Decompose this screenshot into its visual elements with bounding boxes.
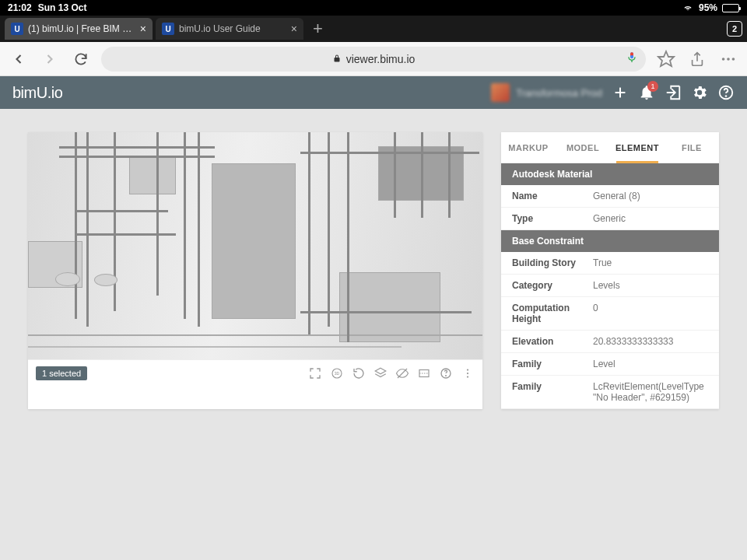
tab-element[interactable]: ELEMENT bbox=[610, 132, 665, 163]
section-icon[interactable] bbox=[417, 366, 431, 380]
section-header: Autodesk Material bbox=[501, 163, 719, 185]
property-row: Elevation 20.8333333333333 bbox=[501, 331, 719, 353]
forward-button[interactable] bbox=[39, 48, 61, 70]
browser-tab-strip: U (1) bimU.io | Free BIM mode × U bimU.i… bbox=[0, 16, 747, 42]
property-key: Family bbox=[512, 381, 593, 392]
property-row: Name General (8) bbox=[501, 185, 719, 208]
brand-logo[interactable]: bimU.io bbox=[12, 84, 62, 102]
exit-button[interactable] bbox=[665, 84, 682, 101]
more-button[interactable] bbox=[717, 48, 739, 70]
help-button[interactable] bbox=[717, 84, 735, 101]
property-key: Name bbox=[512, 191, 593, 201]
svg-point-2 bbox=[727, 58, 730, 61]
property-key: Family bbox=[512, 359, 593, 369]
property-row: Computation Height 0 bbox=[501, 297, 719, 331]
svg-point-1 bbox=[722, 58, 725, 61]
visibility-off-icon[interactable] bbox=[395, 366, 409, 380]
property-row: Family Level bbox=[501, 353, 719, 376]
new-tab-button[interactable]: + bbox=[307, 19, 329, 39]
viewer-toolbar: 1 selected 3D bbox=[28, 359, 482, 386]
svg-text:3D: 3D bbox=[335, 371, 340, 376]
property-value: Level bbox=[593, 359, 615, 369]
lock-icon bbox=[332, 54, 342, 65]
more-icon[interactable] bbox=[461, 366, 475, 380]
3d-viewport[interactable] bbox=[28, 132, 482, 359]
tab-count-button[interactable]: 2 bbox=[727, 21, 742, 37]
property-value: True bbox=[593, 257, 612, 268]
property-row: Category Levels bbox=[501, 275, 719, 297]
viewer-panel: 1 selected 3D bbox=[28, 132, 482, 409]
property-row: Family LcRevitElement(LevelType "No Head… bbox=[501, 376, 719, 409]
browser-tab[interactable]: U bimU.io User Guide × bbox=[156, 18, 303, 40]
refresh-icon[interactable] bbox=[352, 366, 366, 380]
notification-badge: 1 bbox=[647, 81, 658, 92]
settings-button[interactable] bbox=[691, 84, 708, 101]
svg-marker-0 bbox=[658, 51, 674, 66]
property-value: LcRevitElement(LevelType "No Header", #6… bbox=[593, 381, 708, 403]
fullscreen-icon[interactable] bbox=[308, 366, 322, 380]
svg-marker-10 bbox=[375, 368, 386, 374]
status-date: Sun 13 Oct bbox=[38, 2, 87, 13]
svg-point-15 bbox=[446, 375, 447, 376]
user-chip[interactable]: Transformosa Prod bbox=[491, 83, 602, 102]
property-row: Type Generic bbox=[501, 208, 719, 230]
mic-icon[interactable] bbox=[626, 51, 638, 66]
property-key: Type bbox=[512, 213, 593, 224]
svg-point-7 bbox=[726, 96, 727, 96]
property-key: Computation Height bbox=[512, 303, 593, 324]
tab-file[interactable]: FILE bbox=[665, 132, 719, 163]
view3d-icon[interactable]: 3D bbox=[330, 366, 344, 380]
status-time: 21:02 bbox=[8, 2, 32, 13]
bookmark-button[interactable] bbox=[655, 48, 677, 70]
tab-favicon: U bbox=[11, 23, 23, 35]
battery-percent: 95% bbox=[699, 2, 717, 13]
notifications-button[interactable]: 1 bbox=[638, 84, 655, 101]
url-text: viewer.bimu.io bbox=[346, 53, 416, 65]
property-row: Building Story True bbox=[501, 252, 719, 275]
property-value: Generic bbox=[593, 213, 626, 224]
panel-tabs: MARKUP MODEL ELEMENT FILE bbox=[501, 132, 719, 163]
property-key: Building Story bbox=[512, 257, 593, 268]
property-value: 0 bbox=[593, 303, 598, 313]
property-value: Levels bbox=[593, 280, 620, 291]
layers-icon[interactable] bbox=[374, 366, 388, 380]
share-button[interactable] bbox=[686, 48, 708, 70]
close-icon[interactable]: × bbox=[291, 23, 297, 35]
browser-nav-bar: viewer.bimu.io bbox=[0, 42, 747, 76]
section-header: Base Constraint bbox=[501, 230, 719, 252]
reload-button[interactable] bbox=[70, 48, 92, 70]
add-button[interactable] bbox=[612, 84, 629, 101]
url-bar[interactable]: viewer.bimu.io bbox=[101, 47, 646, 72]
svg-point-3 bbox=[732, 58, 735, 61]
back-button[interactable] bbox=[8, 48, 30, 70]
help-icon[interactable] bbox=[439, 366, 453, 380]
property-value: General (8) bbox=[593, 191, 640, 201]
wifi-icon bbox=[682, 2, 694, 14]
property-key: Category bbox=[512, 280, 593, 291]
tab-favicon: U bbox=[162, 23, 174, 35]
tab-title: (1) bimU.io | Free BIM mode bbox=[28, 23, 135, 34]
property-value: 20.8333333333333 bbox=[593, 336, 673, 347]
ios-status-bar: 21:02 Sun 13 Oct 95% bbox=[0, 0, 747, 16]
app-header: bimU.io Transformosa Prod 1 bbox=[0, 76, 747, 109]
svg-point-18 bbox=[467, 376, 468, 377]
user-name: Transformosa Prod bbox=[516, 87, 602, 99]
close-icon[interactable]: × bbox=[140, 23, 146, 35]
tab-model[interactable]: MODEL bbox=[556, 132, 610, 163]
browser-tab[interactable]: U (1) bimU.io | Free BIM mode × bbox=[5, 18, 153, 40]
properties-panel: MARKUP MODEL ELEMENT FILE Autodesk Mater… bbox=[501, 132, 719, 409]
tab-title: bimU.io User Guide bbox=[179, 23, 286, 34]
svg-point-16 bbox=[467, 369, 468, 370]
avatar bbox=[491, 83, 510, 102]
selection-chip[interactable]: 1 selected bbox=[36, 366, 87, 380]
battery-icon bbox=[722, 4, 739, 12]
svg-point-17 bbox=[467, 372, 468, 373]
content-area: 1 selected 3D MARKUP MODEL ELEMENT FILE … bbox=[0, 109, 747, 432]
property-key: Elevation bbox=[512, 336, 593, 347]
tab-markup[interactable]: MARKUP bbox=[501, 132, 556, 163]
